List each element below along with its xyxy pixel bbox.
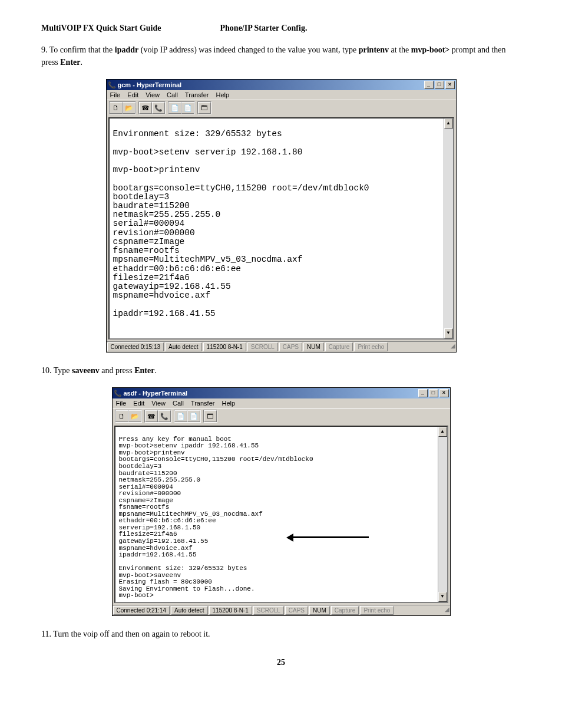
maximize-button[interactable]: □ xyxy=(429,389,438,397)
window-controls: _ □ × xyxy=(418,389,449,397)
prop-icon[interactable]: 🗔 xyxy=(198,102,211,114)
hyperterminal-window-2: 📞 asdf - HyperTerminal _ □ × File Edit V… xyxy=(112,387,451,616)
page-header: MultiVOIP FX Quick Start Guide Phone/IP … xyxy=(41,24,521,33)
menubar: File Edit View Call Transfer Help xyxy=(113,398,450,408)
close-button[interactable]: × xyxy=(445,81,455,89)
scroll-up-icon[interactable]: ▲ xyxy=(444,118,453,129)
status-echo: Print echo xyxy=(354,342,388,351)
status-scroll: SCROLL xyxy=(253,606,284,615)
menu-help[interactable]: Help xyxy=(222,400,235,407)
status-num: NUM xyxy=(309,606,330,615)
call-icon[interactable]: ☎ xyxy=(139,102,152,114)
step-9-text: 9. To confirm that the ipaddr (voip IP a… xyxy=(41,44,521,68)
hang-icon[interactable]: 📞 xyxy=(158,410,171,422)
menu-transfer[interactable]: Transfer xyxy=(185,91,209,98)
open-icon[interactable]: 📂 xyxy=(128,410,141,422)
recv-icon[interactable]: 📄 xyxy=(187,410,200,422)
status-detect: Auto detect xyxy=(165,342,202,351)
toolbar: 🗋 📂 ☎ 📞 📄 📄 🗔 xyxy=(107,100,456,116)
app-icon: 📞 xyxy=(114,389,122,397)
status-connected: Connected 0:15:13 xyxy=(107,342,164,351)
hang-icon[interactable]: 📞 xyxy=(152,102,165,114)
ipaddr-keyword: ipaddr xyxy=(115,45,138,54)
menu-edit[interactable]: Edit xyxy=(127,91,138,98)
scroll-up-icon[interactable]: ▲ xyxy=(438,427,447,437)
mvp-boot-prompt: mvp-boot> xyxy=(411,45,450,54)
status-params: 115200 8-N-1 xyxy=(203,342,246,351)
status-num: NUM xyxy=(303,342,324,351)
step-10-text: 10. Type saveenv and press Enter. xyxy=(41,364,521,377)
status-echo: Print echo xyxy=(360,606,394,615)
send-icon[interactable]: 📄 xyxy=(174,410,187,422)
step-11-num: 11. xyxy=(41,630,53,638)
send-icon[interactable]: 📄 xyxy=(168,102,181,114)
app-icon: 📞 xyxy=(108,81,116,89)
menu-file[interactable]: File xyxy=(116,400,127,407)
titlebar[interactable]: 📞 asdf - HyperTerminal _ □ × xyxy=(113,388,450,398)
status-detect: Auto detect xyxy=(171,606,208,615)
prop-icon[interactable]: 🗔 xyxy=(204,410,217,422)
resize-grip-icon[interactable]: ◢ xyxy=(447,342,456,352)
status-scroll: SCROLL xyxy=(247,342,278,351)
new-icon[interactable]: 🗋 xyxy=(110,102,123,114)
window-title: gcm - HyperTerminal xyxy=(118,81,424,88)
saveenv-keyword: saveenv xyxy=(72,366,100,375)
minimize-button[interactable]: _ xyxy=(424,81,434,89)
menubar: File Edit View Call Transfer Help xyxy=(107,90,456,100)
scroll-down-icon[interactable]: ▼ xyxy=(438,592,447,602)
scroll-down-icon[interactable]: ▼ xyxy=(444,328,453,338)
status-capture: Capture xyxy=(331,606,359,615)
menu-file[interactable]: File xyxy=(110,91,121,98)
header-left: MultiVOIP FX Quick Start Guide xyxy=(41,24,161,33)
call-icon[interactable]: ☎ xyxy=(145,410,158,422)
scrollbar[interactable]: ▲ ▼ xyxy=(438,427,447,602)
menu-transfer[interactable]: Transfer xyxy=(191,400,215,407)
terminal-view: Environment size: 329/65532 bytes mvp-bo… xyxy=(108,117,454,340)
menu-help[interactable]: Help xyxy=(216,91,229,98)
enter-key: Enter xyxy=(60,58,80,67)
statusbar: Connected 0:15:13 Auto detect 115200 8-N… xyxy=(107,341,456,352)
menu-view[interactable]: View xyxy=(151,400,166,407)
menu-edit[interactable]: Edit xyxy=(133,400,144,407)
maximize-button[interactable]: □ xyxy=(435,81,444,89)
printenv-keyword: printenv xyxy=(359,45,389,54)
resize-grip-icon[interactable]: ◢ xyxy=(441,606,450,615)
menu-view[interactable]: View xyxy=(146,91,160,98)
terminal-output[interactable]: Environment size: 329/65532 bytes mvp-bo… xyxy=(110,118,444,338)
terminal-output[interactable]: Press any key for manual boot mvp-boot>s… xyxy=(115,427,438,602)
page-number: 25 xyxy=(41,658,521,667)
status-params: 115200 8-N-1 xyxy=(209,606,252,615)
step-9-num: 9. xyxy=(41,45,49,54)
window-controls: _ □ × xyxy=(424,81,455,89)
recv-icon[interactable]: 📄 xyxy=(181,102,194,114)
hyperterminal-window-1: 📞 gcm - HyperTerminal _ □ × File Edit Vi… xyxy=(106,79,457,353)
status-caps: CAPS xyxy=(279,342,302,351)
terminal-view: Press any key for manual boot mvp-boot>s… xyxy=(114,426,448,603)
menu-call[interactable]: Call xyxy=(167,91,178,98)
enter-key: Enter xyxy=(134,366,154,375)
header-center: Phone/IP Starter Config. xyxy=(161,24,521,33)
status-caps: CAPS xyxy=(285,606,308,615)
status-capture: Capture xyxy=(325,342,353,351)
minimize-button[interactable]: _ xyxy=(418,389,428,397)
window-title: asdf - HyperTerminal xyxy=(124,390,418,397)
close-button[interactable]: × xyxy=(439,389,449,397)
scrollbar[interactable]: ▲ ▼ xyxy=(444,118,453,338)
step-11-text: 11. Turn the voip off and then on again … xyxy=(41,628,521,640)
step-10-num: 10. xyxy=(41,366,54,375)
menu-call[interactable]: Call xyxy=(173,400,184,407)
open-icon[interactable]: 📂 xyxy=(123,102,135,114)
new-icon[interactable]: 🗋 xyxy=(115,410,128,422)
titlebar[interactable]: 📞 gcm - HyperTerminal _ □ × xyxy=(107,80,456,90)
statusbar: Connected 0:21:14 Auto detect 115200 8-N… xyxy=(113,605,450,615)
toolbar: 🗋 📂 ☎ 📞 📄 📄 🗔 xyxy=(113,408,450,424)
status-connected: Connected 0:21:14 xyxy=(113,606,170,615)
